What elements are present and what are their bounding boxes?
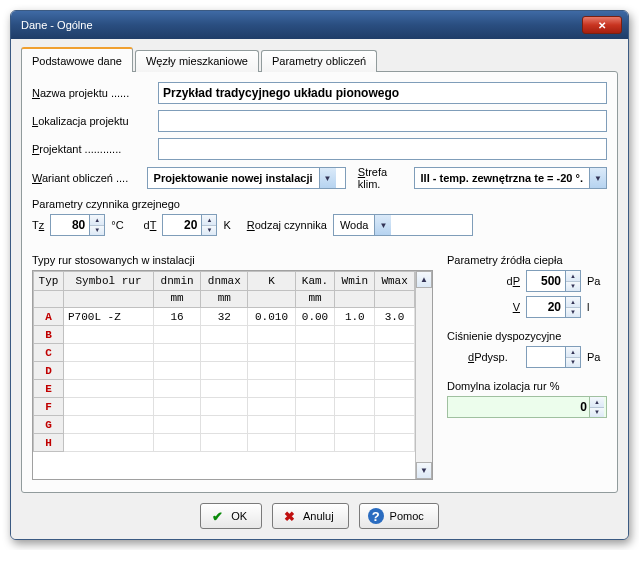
- col-wmin[interactable]: Wmin: [335, 272, 375, 291]
- check-icon: ✔: [209, 508, 225, 524]
- dialog-window: Dane - Ogólne ✕ Podstawowe dane Węzły mi…: [10, 10, 629, 540]
- close-button[interactable]: ✕: [582, 16, 622, 34]
- dp-spinner[interactable]: 500 ▲▼: [526, 270, 581, 292]
- dp-unit: Pa: [587, 275, 607, 287]
- spin-up-icon[interactable]: ▲: [202, 215, 216, 226]
- spin-down-icon[interactable]: ▼: [566, 358, 580, 368]
- col-typ[interactable]: Typ: [34, 272, 64, 291]
- unit-kam: mm: [295, 291, 335, 308]
- spin-up-icon[interactable]: ▲: [90, 215, 104, 226]
- cancel-button[interactable]: ✖ Anuluj: [272, 503, 349, 529]
- spin-up-icon[interactable]: ▲: [566, 297, 580, 308]
- dp-label: dP: [472, 275, 520, 287]
- vertical-scrollbar[interactable]: ▲ ▼: [415, 271, 432, 479]
- unit-dnmin: mm: [154, 291, 201, 308]
- dpdysp-spinner[interactable]: ▲▼: [526, 346, 581, 368]
- climate-value: III - temp. zewnętrzna te = -20 °.: [415, 172, 589, 184]
- spin-up-icon[interactable]: ▲: [566, 347, 580, 358]
- cancel-label: Anuluj: [303, 510, 334, 522]
- col-dnmax[interactable]: dnmax: [201, 272, 248, 291]
- spin-down-icon[interactable]: ▼: [90, 226, 104, 236]
- v-spinner[interactable]: 20 ▲▼: [526, 296, 581, 318]
- designer-label: Projektant ............: [32, 143, 152, 155]
- table-row[interactable]: B: [34, 326, 415, 344]
- table-row[interactable]: A P700L -Z 16 32 0.010 0.00 1.0 3.0: [34, 308, 415, 326]
- table-row[interactable]: F: [34, 398, 415, 416]
- pipes-table[interactable]: Typ Symbol rur dnmin dnmax K Kam. Wmin W…: [33, 271, 415, 452]
- tab-calc-params[interactable]: Parametry obliczeń: [261, 50, 377, 72]
- table-row[interactable]: G: [34, 416, 415, 434]
- ok-button[interactable]: ✔ OK: [200, 503, 262, 529]
- tz-spinner[interactable]: 80 ▲▼: [50, 214, 105, 236]
- cell-dnmin[interactable]: 16: [154, 308, 201, 326]
- cell-dnmax[interactable]: 32: [201, 308, 248, 326]
- close-icon: ✕: [598, 20, 606, 31]
- dt-spinner[interactable]: 20 ▲▼: [162, 214, 217, 236]
- variant-label: Wariant obliczeń ....: [32, 172, 141, 184]
- cell-wmin[interactable]: 1.0: [335, 308, 375, 326]
- table-row[interactable]: H: [34, 434, 415, 452]
- location-input[interactable]: [158, 110, 607, 132]
- window-title: Dane - Ogólne: [21, 19, 93, 31]
- source-heading: Parametry źródła ciepła: [447, 254, 607, 266]
- col-kam[interactable]: Kam.: [295, 272, 335, 291]
- pipes-table-container: Typ Symbol rur dnmin dnmax K Kam. Wmin W…: [32, 270, 433, 480]
- spin-down-icon[interactable]: ▼: [202, 226, 216, 236]
- heating-params-row: Tz 80 ▲▼ °C dT 20 ▲▼ K Rodzaj czynnika W…: [32, 214, 607, 236]
- col-k[interactable]: K: [248, 272, 295, 291]
- chevron-down-icon[interactable]: ▼: [374, 215, 391, 235]
- tab-basic-data[interactable]: Podstawowe dane: [21, 47, 133, 72]
- climate-combo[interactable]: III - temp. zewnętrzna te = -20 °. ▼: [414, 167, 607, 189]
- v-unit: l: [587, 301, 607, 313]
- col-dnmin[interactable]: dnmin: [154, 272, 201, 291]
- designer-input[interactable]: [158, 138, 607, 160]
- tabstrip: Podstawowe dane Węzły mieszkaniowe Param…: [21, 47, 618, 72]
- tab-housing-nodes[interactable]: Węzły mieszkaniowe: [135, 50, 259, 72]
- help-button[interactable]: ? Pomoc: [359, 503, 439, 529]
- v-label: V: [472, 301, 520, 313]
- cell-wmax[interactable]: 3.0: [375, 308, 415, 326]
- cell-symbol[interactable]: P700L -Z: [64, 308, 154, 326]
- titlebar: Dane - Ogólne ✕: [11, 11, 628, 39]
- table-row[interactable]: E: [34, 380, 415, 398]
- dt-label: dT: [144, 219, 157, 231]
- climate-label: Strefa klim.: [358, 166, 408, 190]
- medium-value: Woda: [334, 219, 375, 231]
- medium-label: Rodzaj czynnika: [247, 219, 327, 231]
- spin-down-icon[interactable]: ▼: [590, 408, 604, 418]
- table-row[interactable]: D: [34, 362, 415, 380]
- spin-down-icon[interactable]: ▼: [566, 308, 580, 318]
- tab-label: Węzły mieszkaniowe: [146, 55, 248, 67]
- project-name-label: Nazwa projektu ......: [32, 87, 152, 99]
- heating-params-heading: Parametry czynnika grzejnego: [32, 198, 607, 210]
- dpdysp-unit: Pa: [587, 351, 607, 363]
- scroll-down-icon[interactable]: ▼: [416, 462, 432, 479]
- chevron-down-icon[interactable]: ▼: [589, 168, 606, 188]
- button-bar: ✔ OK ✖ Anuluj ? Pomoc: [21, 493, 618, 529]
- spin-up-icon[interactable]: ▲: [566, 271, 580, 282]
- table-row[interactable]: C: [34, 344, 415, 362]
- cancel-icon: ✖: [281, 508, 297, 524]
- scroll-up-icon[interactable]: ▲: [416, 271, 432, 288]
- insulation-input[interactable]: 0 ▲▼: [447, 396, 607, 418]
- help-label: Pomoc: [390, 510, 424, 522]
- dt-unit: K: [223, 219, 230, 231]
- col-wmax[interactable]: Wmax: [375, 272, 415, 291]
- variant-combo[interactable]: Projektowanie nowej instalacji ▼: [147, 167, 346, 189]
- medium-combo[interactable]: Woda ▼: [333, 214, 473, 236]
- project-name-input[interactable]: [158, 82, 607, 104]
- cell-k[interactable]: 0.010: [248, 308, 295, 326]
- unit-dnmax: mm: [201, 291, 248, 308]
- dpdysp-label: dPdysp.: [468, 351, 520, 363]
- cell-kam[interactable]: 0.00: [295, 308, 335, 326]
- spin-up-icon[interactable]: ▲: [590, 397, 604, 408]
- dt-value: 20: [163, 215, 201, 235]
- row-label: A: [34, 308, 64, 326]
- spin-down-icon[interactable]: ▼: [566, 282, 580, 292]
- ok-label: OK: [231, 510, 247, 522]
- help-icon: ?: [368, 508, 384, 524]
- variant-value: Projektowanie nowej instalacji: [148, 172, 319, 184]
- dpdysp-value: [527, 347, 565, 367]
- col-symbol[interactable]: Symbol rur: [64, 272, 154, 291]
- chevron-down-icon[interactable]: ▼: [319, 168, 336, 188]
